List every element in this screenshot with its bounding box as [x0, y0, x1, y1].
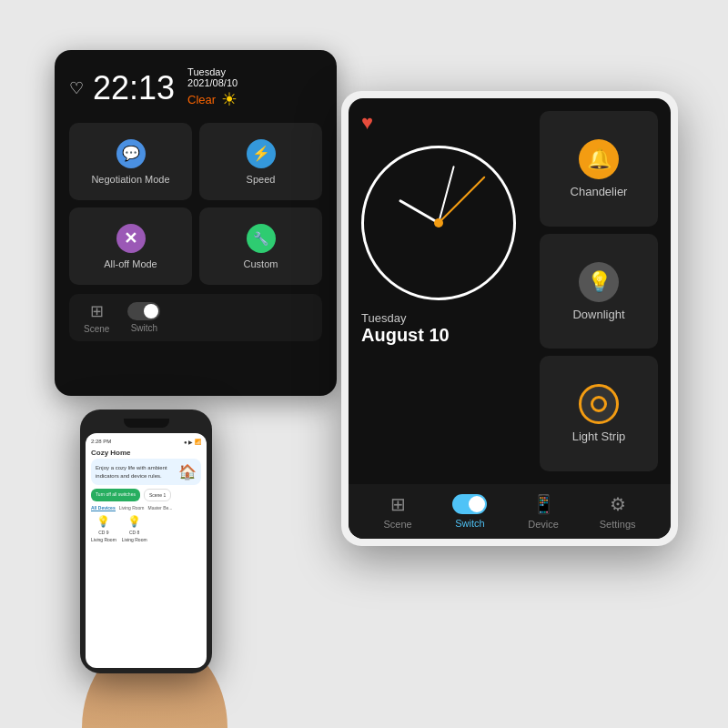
custom-label: Custom	[244, 258, 278, 269]
lightstrip-label: Light Strip	[572, 430, 626, 443]
settings-nav-item[interactable]: ⚙ Settings	[600, 493, 636, 530]
front-tablet-inner: ♥ Tuesday August 10 🔔 Chandelier	[349, 98, 671, 539]
phone-device-room-cd8: Living Room	[122, 537, 147, 542]
clock-date: August 10	[361, 325, 529, 346]
phone-hero-area: Enjoy a cozy life with ambient indicator…	[91, 459, 201, 485]
settings-nav-label: Settings	[600, 519, 636, 530]
back-bottom-nav: ⊞ Scene Switch	[69, 294, 322, 341]
alloff-icon: ✕	[116, 224, 146, 253]
phone-device-cd8: 💡 CD 8 Living Room	[122, 515, 147, 542]
back-tablet-grid: 💬 Negotiation Mode ⚡ Speed ✕ All-off Mod…	[69, 123, 322, 285]
back-tablet: ♡ 22:13 Tuesday 2021/08/10 Clear ☀ 💬 Neg…	[55, 50, 337, 396]
back-weather-text: Clear	[187, 93, 216, 106]
phone-screen: 2:28 PM ● ▶ 📶 Cozy Home Enjoy a cozy lif…	[86, 433, 207, 668]
scene-grid-icon: ⊞	[90, 301, 104, 321]
phone-app-title: Cozy Home	[91, 449, 201, 457]
hour-hand	[399, 199, 440, 225]
phone-tabs: All Devices Living Room Master Be...	[91, 505, 201, 511]
phone-status-bar: 2:28 PM ● ▶ 📶	[91, 439, 201, 445]
back-scene-label: Scene	[84, 324, 109, 334]
phone-device-list: 💡 CD 9 Living Room 💡 CD 8 Living Room	[91, 515, 201, 542]
back-tablet-topbar: ♡ 22:13 Tuesday 2021/08/10 Clear ☀	[69, 66, 322, 110]
device-nav-label: Device	[528, 519, 559, 530]
device-nav-item[interactable]: 📱 Device	[528, 493, 559, 530]
back-scene-nav[interactable]: ⊞ Scene	[84, 301, 109, 334]
switch-nav-label: Switch	[455, 518, 484, 529]
phone-tab-all[interactable]: All Devices	[91, 505, 116, 511]
heart-icon: ♡	[69, 78, 84, 98]
phone-device-room-cd9: Living Room	[91, 537, 116, 542]
back-switch-nav[interactable]: Switch	[127, 302, 160, 333]
chandelier-icon: 🔔	[579, 139, 619, 179]
phone-device-icon-cd8: 💡	[127, 515, 141, 528]
switch-nav-item[interactable]: Switch	[452, 494, 487, 529]
analog-clock	[361, 146, 516, 300]
chandelier-button[interactable]: 🔔 Chandelier	[540, 111, 658, 227]
phone-device-name-cd8: CD 8	[129, 530, 139, 535]
date-display: Tuesday August 10	[361, 311, 529, 346]
phone-hero-icon: 🏠	[178, 463, 197, 480]
phone-signal-icons: ● ▶ 📶	[184, 439, 201, 445]
scene-icon: ⊞	[390, 493, 406, 515]
front-tablet: ♥ Tuesday August 10 🔔 Chandelier	[341, 91, 678, 546]
downlight-icon: 💡	[579, 262, 619, 302]
phone-device-cd9: 💡 CD 9 Living Room	[91, 515, 116, 542]
device-buttons: 🔔 Chandelier 💡 Downlight Light Strip	[540, 111, 658, 471]
device-icon: 📱	[532, 493, 555, 515]
front-bottom-nav: ⊞ Scene Switch 📱 Device ⚙ Settings	[349, 484, 671, 539]
phone-device-name-cd9: CD 9	[98, 530, 108, 535]
lightstrip-button[interactable]: Light Strip	[540, 356, 658, 471]
scene1-button[interactable]: Scene 1	[144, 489, 171, 501]
alloff-mode-button[interactable]: ✕ All-off Mode	[69, 207, 192, 285]
phone-notch	[124, 419, 169, 428]
scene-nav-label: Scene	[383, 519, 411, 530]
back-date-weather: Tuesday 2021/08/10 Clear ☀	[187, 66, 238, 110]
phone-tab-master[interactable]: Master Be...	[147, 505, 172, 511]
phone: 2:28 PM ● ▶ 📶 Cozy Home Enjoy a cozy lif…	[80, 410, 212, 673]
custom-button[interactable]: 🔧 Custom	[199, 207, 322, 285]
front-heart-icon: ♥	[361, 111, 373, 135]
switch-toggle-active[interactable]	[452, 494, 487, 514]
front-main-area: ♥ Tuesday August 10 🔔 Chandelier	[349, 98, 671, 484]
lightstrip-icon	[579, 384, 619, 424]
back-switch-toggle[interactable]	[127, 302, 160, 320]
downlight-button[interactable]: 💡 Downlight	[540, 234, 658, 349]
scene-nav-item[interactable]: ⊞ Scene	[383, 493, 411, 530]
alloff-mode-label: All-off Mode	[104, 258, 157, 269]
negotiation-mode-button[interactable]: 💬 Negotiation Mode	[69, 123, 192, 200]
custom-icon: 🔧	[247, 224, 276, 253]
clock-area: ♥ Tuesday August 10	[361, 111, 529, 471]
back-clock-time: 22:13	[93, 69, 175, 107]
phone-time: 2:28 PM	[91, 439, 111, 445]
clock-day: Tuesday	[361, 311, 529, 325]
clock-center-dot	[434, 218, 443, 228]
negotiation-mode-label: Negotiation Mode	[91, 174, 169, 185]
settings-icon: ⚙	[610, 493, 626, 515]
sun-icon: ☀	[221, 88, 238, 110]
back-day: Tuesday	[187, 66, 238, 77]
back-switch-label: Switch	[131, 323, 157, 333]
negotiation-icon: 💬	[116, 139, 146, 168]
turnoff-all-button[interactable]: Turn off all switches	[91, 489, 140, 501]
chandelier-label: Chandelier	[571, 185, 628, 198]
back-date: 2021/08/10	[187, 77, 238, 88]
speed-button[interactable]: ⚡ Speed	[199, 123, 322, 200]
phone-tab-living[interactable]: Living Room	[119, 505, 145, 511]
speed-icon: ⚡	[247, 139, 276, 168]
phone-action-buttons: Turn off all switches Scene 1	[91, 489, 201, 501]
phone-tagline: Enjoy a cozy life with ambient indicator…	[96, 464, 175, 480]
front-heart-row: ♥	[361, 111, 529, 135]
phone-device-icon-cd9: 💡	[96, 515, 110, 528]
speed-label: Speed	[247, 174, 276, 185]
downlight-label: Downlight	[572, 308, 624, 321]
